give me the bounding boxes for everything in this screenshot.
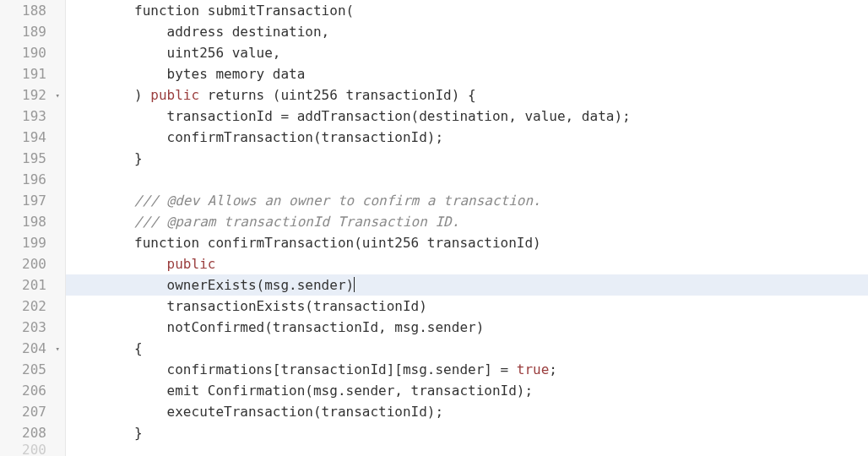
- code-token: ): [69, 87, 150, 103]
- fold-toggle-icon[interactable]: ▾: [56, 84, 60, 106]
- code-token: confirmTransaction(transactionId);: [69, 129, 443, 145]
- code-line[interactable]: transactionExists(transactionId): [66, 296, 868, 317]
- line-number-partial: 200: [22, 443, 46, 456]
- line-number[interactable]: 191: [0, 63, 65, 84]
- line-number[interactable]: 207: [0, 401, 65, 422]
- code-token: ownerExists(msg.sender): [69, 277, 354, 293]
- code-token: }: [69, 425, 143, 441]
- code-line[interactable]: confirmations[transactionId][msg.sender]…: [66, 359, 868, 380]
- code-token: [69, 214, 134, 230]
- code-token: }: [69, 150, 143, 166]
- line-number[interactable]: 190: [0, 42, 65, 63]
- code-token: bytes memory data: [69, 66, 305, 82]
- code-area[interactable]: function submitTransaction( address dest…: [66, 0, 868, 456]
- code-line[interactable]: public: [66, 253, 868, 274]
- line-number[interactable]: 188: [0, 0, 65, 21]
- code-editor[interactable]: 188189190191192▾193194195196197198199200…: [0, 0, 868, 456]
- line-number[interactable]: 193: [0, 106, 65, 127]
- code-line[interactable]: transactionId = addTransaction(destinati…: [66, 106, 868, 127]
- line-number[interactable]: 198: [0, 211, 65, 232]
- code-line[interactable]: function submitTransaction(: [66, 0, 868, 21]
- code-token: ;: [549, 361, 557, 377]
- line-number[interactable]: 201: [0, 274, 65, 296]
- line-number[interactable]: 194: [0, 127, 65, 148]
- code-line[interactable]: /// @dev Allows an owner to confirm a tr…: [66, 190, 868, 211]
- code-token: uint256 value,: [69, 45, 280, 61]
- code-token: executeTransaction(transactionId);: [69, 404, 443, 420]
- code-line[interactable]: {: [66, 338, 868, 359]
- code-token: [69, 256, 167, 272]
- code-token: notConfirmed(transactionId, msg.sender): [69, 319, 484, 335]
- code-line[interactable]: confirmTransaction(transactionId);: [66, 127, 868, 148]
- line-number[interactable]: 204▾: [0, 338, 65, 359]
- code-line[interactable]: ) public returns (uint256 transactionId)…: [66, 84, 868, 106]
- line-number[interactable]: 202: [0, 296, 65, 317]
- line-number-gutter[interactable]: 188189190191192▾193194195196197198199200…: [0, 0, 66, 456]
- line-number[interactable]: 203: [0, 317, 65, 338]
- line-number[interactable]: 189: [0, 21, 65, 42]
- line-number[interactable]: 200: [0, 253, 65, 274]
- code-token: public: [150, 87, 199, 103]
- code-line[interactable]: address destination,: [66, 21, 868, 42]
- code-line[interactable]: [66, 169, 868, 190]
- code-token: returns (uint256 transactionId) {: [199, 87, 476, 103]
- code-line[interactable]: /// @param transactionId Transaction ID.: [66, 211, 868, 232]
- code-token: /// @param transactionId Transaction ID.: [134, 214, 459, 230]
- line-number[interactable]: 208: [0, 422, 65, 443]
- line-number[interactable]: 197: [0, 190, 65, 211]
- line-number[interactable]: 196: [0, 169, 65, 190]
- code-line[interactable]: emit Confirmation(msg.sender, transactio…: [66, 380, 868, 401]
- line-number[interactable]: 200: [0, 443, 65, 456]
- line-number[interactable]: 206: [0, 380, 65, 401]
- code-line[interactable]: executeTransaction(transactionId);: [66, 401, 868, 422]
- code-token: function confirmTransaction(uint256 tran…: [69, 235, 541, 251]
- code-token: transactionId = addTransaction(destinati…: [69, 108, 631, 124]
- code-token: transactionExists(transactionId): [69, 298, 427, 314]
- code-line[interactable]: uint256 value,: [66, 42, 868, 63]
- code-token: {: [69, 340, 143, 356]
- code-token: address destination,: [69, 24, 329, 40]
- line-number[interactable]: 195: [0, 148, 65, 169]
- code-token: function submitTransaction(: [69, 3, 354, 19]
- code-token: confirmations[transactionId][msg.sender]…: [69, 361, 517, 377]
- code-line[interactable]: function confirmTransaction(uint256 tran…: [66, 232, 868, 253]
- fold-toggle-icon[interactable]: ▾: [56, 338, 60, 359]
- code-token: /// @dev Allows an owner to confirm a tr…: [134, 193, 541, 209]
- code-line[interactable]: ownerExists(msg.sender): [66, 274, 868, 296]
- line-number[interactable]: 199: [0, 232, 65, 253]
- code-token: true: [517, 361, 550, 377]
- code-token: public: [167, 256, 216, 272]
- code-line[interactable]: notConfirmed(transactionId, msg.sender): [66, 317, 868, 338]
- code-line[interactable]: bytes memory data: [66, 63, 868, 84]
- code-line[interactable]: }: [66, 422, 868, 443]
- code-line[interactable]: }: [66, 148, 868, 169]
- text-cursor: [354, 277, 355, 292]
- line-number[interactable]: 205: [0, 359, 65, 380]
- line-number[interactable]: 192▾: [0, 84, 65, 106]
- code-token: emit Confirmation(msg.sender, transactio…: [69, 383, 533, 399]
- code-token: [69, 193, 134, 209]
